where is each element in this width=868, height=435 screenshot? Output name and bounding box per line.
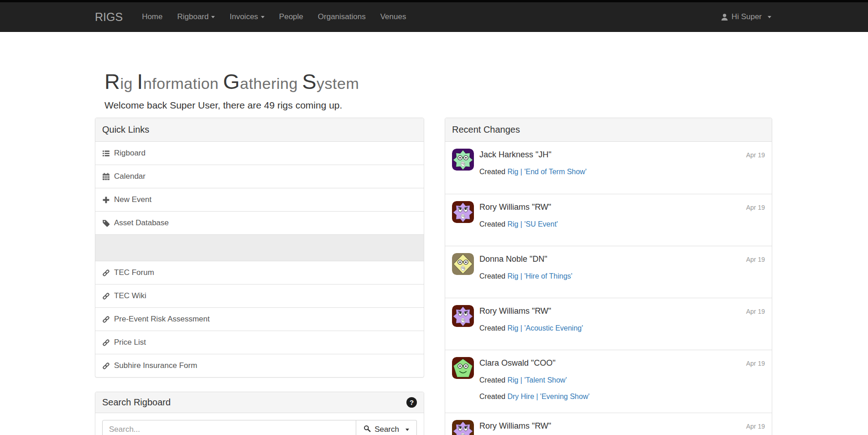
avatar: [452, 253, 474, 275]
quick-link-item[interactable]: Price List: [95, 331, 424, 354]
person-name: Jack Harkness "JH": [479, 150, 551, 160]
search-button[interactable]: Search: [356, 420, 417, 435]
plus-icon: [102, 196, 110, 204]
change-date: Apr 19: [746, 423, 765, 430]
search-panel-title: Search Rigboard: [102, 397, 171, 408]
action-prefix: Created: [479, 393, 505, 400]
user-menu[interactable]: Hi Super: [720, 2, 772, 31]
chevron-down-icon: [405, 429, 409, 431]
quick-link-item[interactable]: Subhire Insurance Form: [95, 354, 424, 377]
quick-link-item[interactable]: TEC Forum: [95, 261, 424, 284]
avatar: [452, 149, 474, 171]
action-link[interactable]: Dry Hire | 'Evening Show': [507, 393, 589, 400]
link-icon: [102, 269, 110, 277]
change-action: Created Rig | 'Talent Show': [479, 376, 765, 384]
quick-link-item[interactable]: New Event: [95, 188, 424, 211]
change-action: Created Rig | 'Hire of Things': [479, 272, 765, 280]
avatar: [452, 357, 474, 379]
action-prefix: Created: [479, 376, 505, 384]
avatar: [452, 305, 474, 327]
change-action: Created Rig | 'End of Term Show': [479, 168, 765, 176]
link-icon: [102, 362, 110, 370]
action-link[interactable]: Rig | 'SU Event': [507, 220, 558, 228]
nav-item-invoices[interactable]: Invoices: [222, 2, 271, 31]
recent-changes-list: Jack Harkness "JH" Apr 19 Created Rig | …: [445, 142, 772, 435]
person-name: Clara Oswald "COO": [479, 358, 556, 368]
change-date: Apr 19: [746, 151, 765, 159]
quick-link-item[interactable]: TEC Wiki: [95, 284, 424, 307]
link-icon: [102, 316, 110, 323]
recent-changes-panel: Recent Changes Jack Harkness "JH" Apr 19…: [445, 118, 772, 435]
quick-links-list: Rigboard Calendar New Event Asset Databa…: [95, 142, 424, 377]
main-content: Rig Information Gathering System Welcome…: [95, 70, 772, 435]
recent-change-item: Rory Williams "RW" Apr 19 Created Rig | …: [445, 194, 772, 246]
nav-item-people[interactable]: People: [272, 2, 311, 31]
chevron-down-icon: [261, 16, 265, 18]
person-icon: [721, 13, 728, 21]
search-button-label: Search: [374, 425, 399, 434]
link-icon: [102, 339, 110, 347]
calendar-icon: [102, 173, 110, 181]
action-link[interactable]: Rig | 'Hire of Things': [507, 272, 572, 280]
action-link[interactable]: Rig | 'Talent Show': [507, 376, 567, 384]
recent-change-item: Rory Williams "RW" Apr 19 Created Rig | …: [445, 298, 772, 350]
avatar: [452, 420, 474, 435]
search-icon: [364, 425, 371, 435]
recent-change-item: Donna Noble "DN" Apr 19 Created Rig | 'H…: [445, 246, 772, 298]
help-icon[interactable]: ?: [406, 397, 417, 408]
person-name: Rory Williams "RW": [479, 202, 551, 212]
action-link[interactable]: Rig | 'Acoustic Evening': [507, 324, 583, 332]
page-title: Rig Information Gathering System: [104, 70, 772, 93]
nav-item-organisations[interactable]: Organisations: [311, 2, 373, 31]
quick-link-item[interactable]: Asset Database: [95, 211, 424, 234]
change-action: Created Rig | 'SU Event': [479, 220, 765, 228]
action-prefix: Created: [479, 220, 505, 228]
recent-change-item: Jack Harkness "JH" Apr 19 Created Rig | …: [445, 142, 772, 194]
person-name: Rory Williams "RW": [479, 421, 551, 431]
link-icon: [102, 292, 110, 300]
navbar: RIGS Home Rigboard Invoices People Organ…: [0, 2, 868, 32]
action-link[interactable]: Rig | 'End of Term Show': [507, 168, 587, 176]
nav-item-rigboard[interactable]: Rigboard: [170, 2, 222, 31]
recent-changes-title: Recent Changes: [445, 118, 772, 142]
quick-link-item[interactable]: Calendar: [95, 165, 424, 188]
action-prefix: Created: [479, 324, 505, 332]
avatar: [452, 201, 474, 223]
quick-links-panel: Quick Links Rigboard Calendar New Event …: [95, 118, 424, 378]
nav-item-venues[interactable]: Venues: [373, 2, 414, 31]
chevron-down-icon: [768, 16, 771, 18]
welcome-message: Welcome back Super User, there are 49 ri…: [104, 100, 772, 111]
nav-item-home[interactable]: Home: [135, 2, 170, 31]
search-input-group: Search: [102, 420, 417, 435]
brand[interactable]: RIGS: [95, 10, 123, 24]
tag-icon: [102, 219, 110, 227]
change-date: Apr 19: [746, 256, 765, 263]
recent-change-item: Rory Williams "RW" Apr 19: [445, 413, 772, 435]
change-date: Apr 19: [746, 308, 765, 315]
action-prefix: Created: [479, 168, 505, 176]
quick-link-item[interactable]: Rigboard: [95, 142, 424, 165]
recent-change-item: Clara Oswald "COO" Apr 19 Created Rig | …: [445, 350, 772, 413]
chevron-down-icon: [211, 16, 215, 18]
quick-links-title: Quick Links: [95, 118, 424, 142]
change-action: Created Rig | 'Acoustic Evening': [479, 324, 765, 332]
person-name: Donna Noble "DN": [479, 254, 547, 264]
search-input[interactable]: [102, 420, 356, 435]
list-icon: [102, 150, 110, 157]
change-date: Apr 19: [746, 360, 765, 367]
user-label: Hi Super: [732, 12, 762, 21]
change-action: Created Dry Hire | 'Evening Show': [479, 393, 765, 401]
quick-link-item[interactable]: Pre-Event Risk Assessment: [95, 307, 424, 331]
change-date: Apr 19: [746, 204, 765, 211]
navbar-menu: Home Rigboard Invoices People Organisati…: [135, 2, 413, 31]
search-rigboard-panel: Search Rigboard ? Search: [95, 392, 424, 435]
person-name: Rory Williams "RW": [479, 306, 551, 316]
action-prefix: Created: [479, 272, 505, 280]
list-separator: [95, 234, 424, 261]
